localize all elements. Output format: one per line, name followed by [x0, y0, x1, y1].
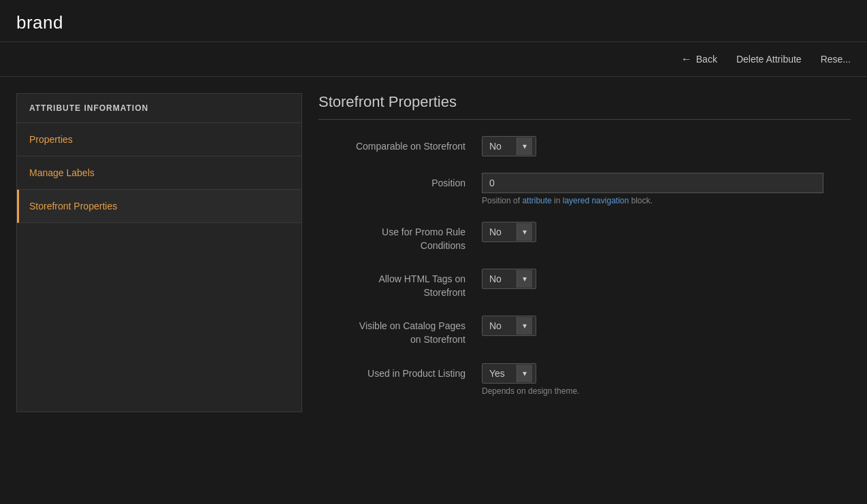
label-comparable-on-storefront: Comparable on Storefront	[318, 136, 482, 154]
sidebar-item-properties-label: Properties	[29, 134, 73, 145]
field-allow-html: Allow HTML Tags onStorefront No ▾	[318, 269, 851, 299]
back-button[interactable]: ← Back	[681, 50, 717, 68]
select-comparable-on-storefront[interactable]: No ▾	[482, 136, 536, 156]
select-allow-html[interactable]: No ▾	[482, 269, 536, 289]
sidebar-header: ATTRIBUTE INFORMATION	[17, 94, 301, 123]
delete-attribute-label: Delete Attribute	[736, 54, 802, 65]
sidebar: ATTRIBUTE INFORMATION Properties Manage …	[16, 93, 302, 412]
control-allow-html: No ▾	[482, 269, 837, 289]
label-promo-rule: Use for Promo RuleConditions	[318, 222, 482, 252]
toolbar: ← Back Delete Attribute Rese...	[0, 42, 867, 77]
page-title: brand	[16, 12, 851, 33]
select-allow-html-arrow-icon[interactable]: ▾	[517, 270, 532, 288]
sidebar-item-storefront-properties-label: Storefront Properties	[29, 201, 117, 212]
reset-label: Rese...	[821, 54, 851, 65]
sidebar-item-manage-labels[interactable]: Manage Labels	[17, 156, 301, 190]
back-label: Back	[696, 54, 717, 65]
select-allow-html-value: No	[482, 269, 517, 288]
hint-used-in-product-listing: Depends on design theme.	[482, 386, 837, 396]
select-comparable-arrow-icon[interactable]: ▾	[517, 137, 532, 155]
field-promo-rule: Use for Promo RuleConditions No ▾	[318, 222, 851, 252]
label-position: Position	[318, 173, 482, 190]
sidebar-item-manage-labels-label: Manage Labels	[29, 167, 95, 178]
back-arrow-icon: ←	[681, 53, 692, 65]
field-used-in-product-listing: Used in Product Listing Yes ▾ Depends on…	[318, 363, 851, 396]
select-used-in-product-listing-value: Yes	[482, 364, 517, 383]
delete-attribute-button[interactable]: Delete Attribute	[736, 51, 802, 67]
page-header: brand	[0, 0, 867, 42]
hint-layered-nav-link: layered navigation	[563, 196, 629, 205]
control-promo-rule: No ▾	[482, 222, 837, 242]
field-position: Position Position of attribute in layere…	[318, 173, 851, 205]
select-comparable-value: No	[482, 137, 517, 156]
input-position[interactable]	[482, 173, 823, 193]
reset-button[interactable]: Rese...	[821, 51, 851, 67]
select-promo-rule-arrow-icon[interactable]: ▾	[517, 223, 532, 241]
select-used-in-product-listing-arrow-icon[interactable]: ▾	[517, 365, 532, 382]
control-position: Position of attribute in layered navigat…	[482, 173, 837, 205]
control-used-in-product-listing: Yes ▾ Depends on design theme.	[482, 363, 837, 396]
label-used-in-product-listing: Used in Product Listing	[318, 363, 482, 381]
label-visible-catalog: Visible on Catalog Pageson Storefront	[318, 316, 482, 346]
select-visible-catalog-arrow-icon[interactable]: ▾	[517, 317, 532, 335]
label-allow-html: Allow HTML Tags onStorefront	[318, 269, 482, 299]
form-area: Storefront Properties Comparable on Stor…	[302, 93, 851, 412]
field-visible-catalog: Visible on Catalog Pageson Storefront No…	[318, 316, 851, 346]
select-visible-catalog[interactable]: No ▾	[482, 316, 536, 336]
sidebar-item-storefront-properties[interactable]: Storefront Properties	[17, 190, 301, 223]
hint-position: Position of attribute in layered navigat…	[482, 196, 837, 205]
hint-attribute-link: attribute	[522, 196, 551, 205]
section-title: Storefront Properties	[318, 93, 851, 120]
main-content: ATTRIBUTE INFORMATION Properties Manage …	[0, 77, 867, 429]
sidebar-item-properties[interactable]: Properties	[17, 123, 301, 156]
control-visible-catalog: No ▾	[482, 316, 837, 336]
field-comparable-on-storefront: Comparable on Storefront No ▾	[318, 136, 851, 156]
select-visible-catalog-value: No	[482, 316, 517, 335]
control-comparable-on-storefront: No ▾	[482, 136, 837, 156]
select-promo-rule[interactable]: No ▾	[482, 222, 536, 242]
select-used-in-product-listing[interactable]: Yes ▾	[482, 363, 536, 384]
select-promo-rule-value: No	[482, 222, 517, 241]
